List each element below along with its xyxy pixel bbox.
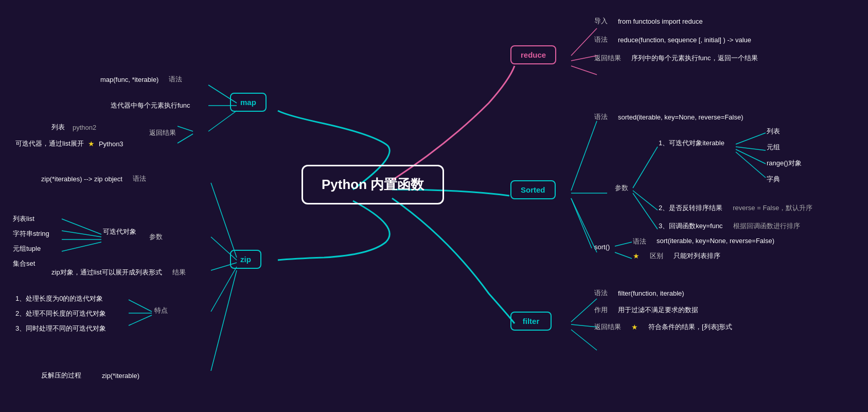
sorted-iterable-children: 列表 元组 range()对象 字典	[767, 126, 802, 184]
svg-line-19	[633, 193, 658, 229]
svg-line-24	[571, 198, 592, 248]
zip-params: 参数	[149, 232, 163, 242]
zip-features: 1、处理长度为0的的迭代对象 2、处理不同长度的可迭代对象 3、同时处理不同的可…	[15, 294, 106, 333]
reduce-node: reduce	[510, 45, 556, 64]
sorted-param2: 2、是否反转排序结果 reverse = False，默认升序	[659, 203, 812, 213]
svg-line-17	[633, 147, 658, 188]
center-node: Python 内置函数	[302, 165, 444, 204]
sort-label: sort()	[594, 242, 610, 251]
sorted-params-label: 参数	[615, 183, 628, 193]
zip-node: zip	[230, 250, 261, 269]
svg-line-5	[571, 198, 597, 252]
zip-param-sub: 可迭代对象	[103, 227, 136, 236]
svg-line-29	[62, 219, 101, 234]
map-node: map	[230, 93, 267, 112]
svg-line-33	[129, 300, 152, 312]
map-syntax: map(func, *iterable) 语法	[100, 75, 182, 84]
sorted-node: Sorted	[510, 180, 556, 199]
svg-line-3	[571, 121, 597, 191]
svg-line-20	[736, 133, 766, 144]
svg-line-0	[571, 28, 597, 56]
zip-syntax: zip(*iterables) --> zip object 语法	[41, 174, 146, 183]
svg-line-22	[736, 149, 766, 164]
svg-line-26	[615, 252, 632, 259]
filter-items: 语法 filter(function, iterable) 作用 用于过滤不满足…	[594, 288, 732, 332]
zip-param-children: 列表list 字符串string 元组tuple 集合set	[13, 214, 49, 268]
zip-features-label: 特点	[154, 305, 168, 315]
map-return-py2: 列表 python2	[51, 123, 96, 132]
svg-line-6	[571, 299, 597, 322]
svg-line-30	[62, 231, 101, 237]
filter-node: filter	[510, 312, 552, 331]
sorted-syntax: 语法 sorted(iterable, key=None, reverse=Fa…	[594, 112, 743, 122]
sort-items: 语法 sort(iterable, key=None, reverse=Fals…	[633, 237, 774, 261]
map-return-label: 返回结果	[149, 128, 176, 138]
svg-line-15	[211, 267, 237, 312]
svg-line-16	[211, 270, 237, 371]
svg-line-35	[129, 315, 152, 325]
reduce-items: 导入 from functools import reduce 语法 reduc…	[594, 16, 758, 63]
svg-line-25	[615, 242, 632, 246]
sorted-param3: 3、回调函数key=func 根据回调函数进行排序	[659, 221, 800, 231]
svg-line-18	[633, 191, 658, 210]
zip-result: zip对象，通过list可以展开成列表形式 结果	[51, 268, 186, 277]
map-desc: 迭代器中每个元素执行func	[111, 100, 190, 110]
svg-line-28	[178, 134, 193, 143]
svg-line-12	[211, 183, 237, 258]
svg-line-32	[62, 242, 101, 251]
map-return-py3: 可迭代器，通过list展开 ★ Python3	[15, 139, 123, 148]
svg-line-8	[571, 330, 597, 350]
svg-line-7	[571, 324, 597, 327]
svg-line-21	[736, 147, 766, 150]
svg-line-11	[208, 111, 237, 131]
svg-line-23	[736, 152, 766, 178]
svg-line-27	[178, 126, 193, 131]
zip-decompress: 反解压的过程 zip(*iterable)	[41, 371, 139, 380]
svg-line-2	[571, 66, 597, 75]
sorted-param1: 1、可迭代对象iterable	[659, 138, 724, 148]
svg-line-1	[571, 56, 597, 61]
